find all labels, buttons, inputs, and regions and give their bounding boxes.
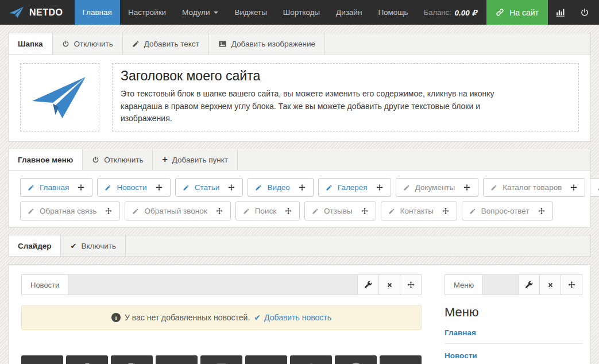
- nav-item-home[interactable]: Главная: [75, 0, 120, 25]
- balance-value: 0.00 ₽: [455, 8, 477, 17]
- module-button-text[interactable]: T+ Текст: [156, 355, 198, 364]
- module-button-video[interactable]: Видео: [200, 355, 242, 364]
- nav-item-widgets[interactable]: Виджеты: [226, 0, 275, 25]
- menu-item-home[interactable]: Главная: [20, 178, 92, 197]
- pencil-icon: [469, 208, 476, 215]
- move-arrows-icon: [105, 207, 113, 215]
- module-button-articles[interactable]: Статьи: [21, 355, 63, 364]
- move-arrows-icon: [361, 207, 369, 215]
- site-title: Заголовок моего сайта: [121, 68, 570, 84]
- menu-widget-settings-button[interactable]: [518, 275, 539, 295]
- pencil-icon: [28, 208, 34, 215]
- site-logo-block[interactable]: [20, 63, 99, 131]
- menu-link-home[interactable]: Главная: [445, 321, 582, 344]
- news-widget-move-button[interactable]: [400, 275, 421, 295]
- menu-item-gallery[interactable]: Галерея: [318, 178, 391, 197]
- add-news-link[interactable]: ✔Добавить новость: [254, 313, 331, 322]
- module-button-banner[interactable]: Баннер: [245, 355, 287, 364]
- move-arrows-icon: [407, 281, 415, 289]
- menu-item-catalog[interactable]: Каталог товаров: [483, 178, 585, 197]
- add-text-button[interactable]: Добавить текст: [123, 33, 209, 54]
- move-arrows-icon: [227, 184, 235, 192]
- empty-news-alert: У вас нет добавленных новостей. ✔Добавит…: [21, 305, 422, 330]
- menu-item-faq[interactable]: Вопрос-ответ: [462, 202, 553, 220]
- menu-item-reviews[interactable]: Отзывы: [304, 202, 376, 220]
- power-icon: [92, 156, 99, 164]
- check-icon: ✔: [254, 313, 261, 322]
- pencil-icon: [183, 184, 190, 191]
- sidebar-column: Меню Меню Главная Новости Статьи Видео: [445, 274, 582, 364]
- enable-slider-button[interactable]: ✔ Включить: [61, 235, 125, 256]
- menu-item-services[interactable]: Услуги: [590, 178, 599, 197]
- menu-item-search[interactable]: Поиск: [235, 202, 300, 220]
- to-site-button[interactable]: На сайт: [486, 0, 548, 25]
- nav-item-settings[interactable]: Настройки: [120, 0, 174, 25]
- module-button-counter[interactable]: Счетчик: [335, 355, 377, 364]
- compass-icon: [303, 362, 319, 364]
- menu-item-feedback[interactable]: Обратная связь: [20, 202, 120, 220]
- logout-button[interactable]: [573, 0, 599, 25]
- menu-item-news[interactable]: Новости: [97, 178, 170, 197]
- site-title-block[interactable]: Заголовок моего сайта Это текстовый блок…: [112, 63, 579, 131]
- move-arrows-icon: [215, 207, 223, 215]
- menu-item-contacts[interactable]: Контакты: [381, 202, 457, 220]
- module-button-contacts[interactable]: Контакты: [290, 355, 332, 364]
- add-image-button[interactable]: Добавить изображение: [209, 33, 325, 54]
- pencil-icon: [403, 184, 410, 191]
- stats-button[interactable]: [548, 0, 573, 25]
- chain-link-icon: [496, 8, 504, 17]
- main-menu-section: Главное меню Отключить + Добавить пункт …: [8, 149, 591, 228]
- text-add-icon: T+: [169, 362, 185, 364]
- news-widget-close-button[interactable]: [378, 275, 400, 295]
- tab-main-menu[interactable]: Главное меню: [9, 149, 83, 170]
- menu-items-row-2: Обратная связь Обратный звонок Поиск Отз…: [20, 202, 579, 220]
- news-widget-settings-button[interactable]: [357, 275, 378, 295]
- tab-slider[interactable]: Слайдер: [9, 235, 61, 256]
- sidebar-menu-heading: Меню: [445, 305, 582, 320]
- clipboard-icon: [79, 362, 95, 364]
- module-button-page[interactable]: Страница: [111, 355, 153, 364]
- info-circle-icon: [111, 313, 121, 322]
- close-icon: [387, 282, 393, 288]
- nav-item-design[interactable]: Дизайн: [328, 0, 370, 25]
- menu-link-news[interactable]: Новости: [445, 344, 582, 364]
- plus-icon: +: [162, 154, 167, 165]
- pencil-icon: [243, 208, 250, 215]
- module-button-documents[interactable]: Документы: [380, 355, 422, 364]
- move-arrows-icon: [442, 207, 450, 215]
- module-button-news[interactable]: Новости: [66, 355, 108, 364]
- menu-items-row-1: Главная Новости Статьи Видео Галерея Док…: [20, 178, 579, 197]
- navbar-right: Баланс:0.00 ₽ На сайт: [424, 0, 599, 25]
- wrench-icon: [525, 281, 533, 289]
- pencil-icon: [312, 208, 319, 215]
- tab-header[interactable]: Шапка: [9, 33, 53, 54]
- monitor-icon: [258, 362, 275, 364]
- nav-item-modules[interactable]: Модули: [174, 0, 226, 25]
- page-content-area: Новости У вас нет добавленных новостей. …: [8, 264, 591, 364]
- nav-item-help[interactable]: Помощь: [370, 0, 416, 25]
- top-navbar: NETDO Главная Настройки Модули Виджеты Ш…: [0, 0, 599, 25]
- news-widget-header: Новости: [21, 274, 422, 295]
- nav-item-shortcodes[interactable]: Шорткоды: [275, 0, 328, 25]
- power-icon: [62, 40, 69, 48]
- disable-menu-button[interactable]: Отключить: [83, 149, 153, 170]
- film-strip-icon: [214, 362, 230, 364]
- paper-plane-logo: [28, 75, 92, 120]
- menu-item-articles[interactable]: Статьи: [175, 178, 244, 197]
- main-menu-tabstrip: Главное меню Отключить + Добавить пункт: [8, 149, 591, 171]
- pencil-icon: [388, 208, 395, 215]
- main-menu-panel: Главная Новости Статьи Видео Галерея Док…: [8, 171, 591, 228]
- module-buttons-row: Статьи Новости Страница T+ Текст Видео Б…: [21, 355, 422, 364]
- disable-header-button[interactable]: Отключить: [53, 33, 123, 54]
- pencil-icon: [255, 184, 262, 191]
- pencil-icon: [132, 208, 139, 215]
- menu-item-video[interactable]: Видео: [248, 178, 313, 197]
- menu-item-documents[interactable]: Документы: [396, 178, 479, 197]
- add-menu-item-button[interactable]: + Добавить пункт: [153, 149, 238, 170]
- brand-logo[interactable]: NETDO: [9, 0, 63, 25]
- menu-item-callback[interactable]: Обратный звонок: [125, 202, 230, 220]
- menu-widget-close-button[interactable]: [539, 275, 561, 295]
- move-arrows-icon: [570, 184, 578, 192]
- alert-text: У вас нет добавленных новостей.: [125, 313, 250, 322]
- menu-widget-move-button[interactable]: [561, 275, 582, 295]
